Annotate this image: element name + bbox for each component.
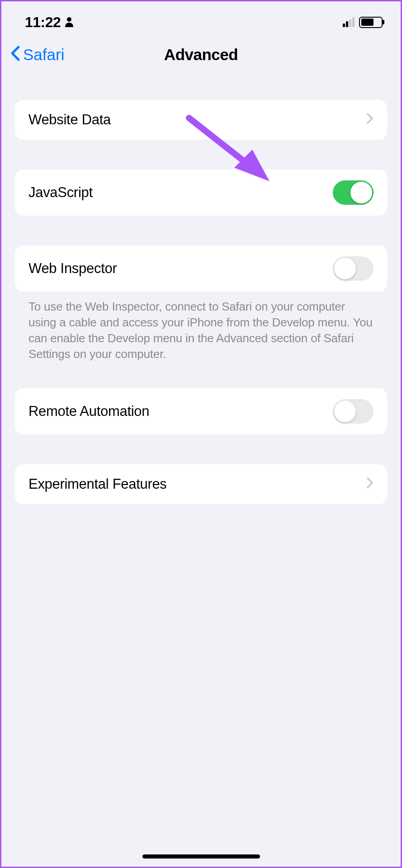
- row-label: Web Inspector: [28, 260, 117, 277]
- status-left: 11:22: [25, 14, 74, 31]
- status-time: 11:22: [25, 14, 61, 31]
- javascript-toggle[interactable]: [333, 180, 374, 205]
- nav-header: Safari Advanced: [1, 38, 401, 77]
- status-bar: 11:22: [1, 1, 401, 38]
- chevron-right-icon: [366, 112, 374, 127]
- row-web-inspector: Web Inspector: [15, 245, 387, 292]
- svg-point-0: [67, 17, 71, 22]
- row-label: JavaScript: [28, 184, 93, 201]
- chevron-right-icon: [366, 476, 374, 492]
- back-button[interactable]: Safari: [10, 45, 64, 64]
- profile-icon: [64, 14, 74, 31]
- row-javascript: JavaScript: [15, 170, 387, 216]
- remote-automation-toggle[interactable]: [333, 399, 374, 424]
- group-web-inspector: Web Inspector To use the Web Inspector, …: [15, 245, 387, 362]
- web-inspector-toggle[interactable]: [333, 256, 374, 281]
- group-website-data: Website Data: [15, 100, 387, 140]
- web-inspector-footer: To use the Web Inspector, connect to Saf…: [15, 292, 387, 362]
- row-label: Remote Automation: [28, 403, 149, 420]
- group-remote-automation: Remote Automation: [15, 388, 387, 434]
- group-experimental-features: Experimental Features: [15, 464, 387, 504]
- back-label: Safari: [23, 46, 64, 64]
- battery-icon: [359, 17, 383, 28]
- settings-content: Website Data JavaScript Web Inspector To…: [1, 77, 401, 504]
- cellular-signal-icon: [343, 17, 355, 27]
- row-website-data[interactable]: Website Data: [15, 100, 387, 140]
- status-right: [343, 17, 383, 28]
- row-remote-automation: Remote Automation: [15, 388, 387, 434]
- home-indicator[interactable]: [142, 854, 260, 859]
- row-label: Experimental Features: [28, 476, 167, 492]
- group-javascript: JavaScript: [15, 170, 387, 216]
- row-experimental-features[interactable]: Experimental Features: [15, 464, 387, 504]
- chevron-left-icon: [10, 45, 20, 64]
- page-title: Advanced: [164, 46, 238, 64]
- row-label: Website Data: [28, 112, 111, 128]
